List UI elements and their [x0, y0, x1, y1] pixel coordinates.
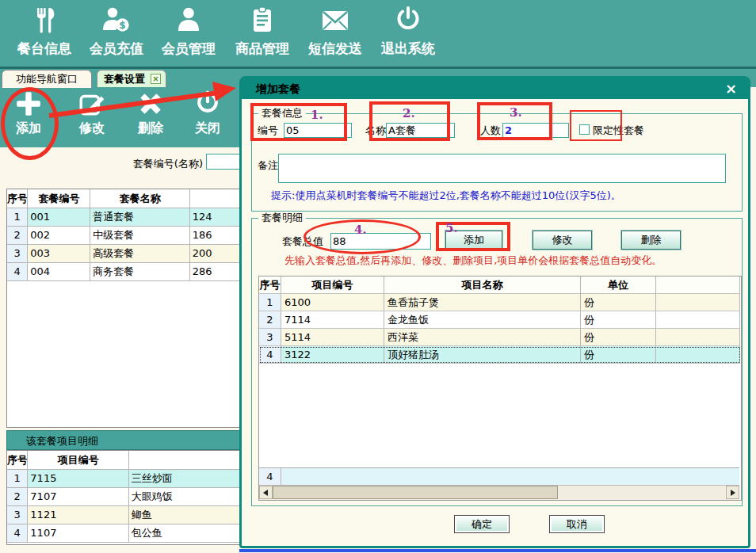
close-button[interactable]: 关闭 [182, 90, 233, 145]
detail-panel-title: 该套餐项目明细 [26, 435, 98, 447]
table-row[interactable]: 1 6100 鱼香茄子煲 份 [259, 294, 741, 311]
cell-name: 鱼香茄子煲 [384, 294, 581, 311]
header-seq: 序号 [7, 451, 28, 470]
h-scrollbar[interactable] [259, 485, 739, 500]
header-price [190, 189, 242, 208]
topbar-item-label: 短信发送 [304, 40, 366, 58]
add-button[interactable]: 添加 [3, 90, 54, 145]
delete-button-label: 删除 [125, 120, 176, 137]
topbar-item-product-manage[interactable]: 商品管理 [231, 3, 293, 65]
limited-checkbox[interactable] [579, 124, 590, 135]
table-row[interactable]: 3 003 高级套餐 200 [7, 245, 242, 263]
cell-seq: 1 [7, 208, 28, 227]
code-input[interactable] [284, 123, 352, 138]
close-button-label: 关闭 [182, 120, 233, 137]
window-bottom-edge [239, 549, 756, 552]
cell-code: 7115 [28, 470, 128, 488]
table-row[interactable]: 3 5114 西洋菜 份 [259, 329, 741, 346]
power-icon [193, 90, 222, 118]
table-row[interactable]: 2 002 中级套餐 186 [7, 227, 242, 245]
table-row[interactable]: 3 1121 鲫鱼 [7, 506, 242, 524]
dialog-add-button[interactable]: 添加 [445, 231, 502, 250]
cell-code: 7107 [28, 488, 128, 506]
dialog-titlebar: 增加套餐 [242, 78, 748, 99]
ok-button[interactable]: 确定 [454, 515, 510, 533]
topbar-item-member-recharge[interactable]: $ 会员充值 [86, 3, 147, 65]
scroll-right-button[interactable] [726, 486, 739, 499]
count-input[interactable] [502, 123, 569, 138]
header-code: 套餐编号 [28, 189, 90, 208]
topbar-item-member-manage[interactable]: 会员管理 [158, 3, 220, 65]
tab-label: 套餐设置 [104, 73, 145, 85]
remark-input[interactable] [278, 154, 726, 183]
cell-filler [281, 468, 739, 486]
sms-icon [304, 5, 366, 39]
name-input[interactable] [386, 123, 455, 138]
topbar-item-table-info[interactable]: 餐台信息 [13, 3, 75, 65]
topbar-item-exit[interactable]: 退出系统 [377, 3, 439, 65]
cell-name: 鲫鱼 [129, 506, 242, 524]
tab-nav-window[interactable]: 功能导航窗口 [2, 70, 92, 88]
cell-filler [656, 294, 740, 311]
dialog-close-icon[interactable]: × [725, 79, 737, 98]
cell-unit: 份 [581, 311, 656, 329]
cell-name: 大眼鸡饭 [129, 488, 242, 506]
scroll-thumb[interactable] [273, 486, 558, 499]
meal-detail-group: 套餐明细 套餐总值 添加 修改 删除 先输入套餐总值,然后再添加、修改、删除项目… [251, 218, 743, 506]
dialog-hint-red: 先输入套餐总值,然后再添加、修改、删除项目,项目单价会根据套餐总值自动变化。 [284, 254, 662, 268]
name-label: 名称 [365, 124, 386, 138]
table-row[interactable]: 1 7115 三丝炒面 [7, 470, 242, 488]
cell-code: 002 [28, 227, 90, 245]
cell-name: 商务套餐 [90, 263, 190, 281]
table-row[interactable]: 1 001 普通套餐 124 [7, 208, 242, 227]
table-row[interactable]: 4 1107 包公鱼 [7, 524, 242, 543]
topbar-item-sms[interactable]: 短信发送 [304, 3, 366, 65]
delete-button[interactable]: 删除 [125, 90, 176, 145]
cell-name: 普通套餐 [90, 208, 190, 227]
cell-seq: 4 [7, 524, 28, 543]
cell-unit: 份 [581, 346, 656, 364]
cell-unit: 份 [581, 294, 656, 311]
edit-button[interactable]: 修改 [67, 90, 117, 145]
cell-price: 124 [190, 208, 242, 227]
table-row-selected[interactable]: 4 3122 顶好猪肚汤 份 [259, 346, 741, 364]
header-code: 项目编号 [281, 276, 384, 294]
scroll-left-button[interactable] [259, 486, 273, 499]
cell-price: 186 [190, 227, 242, 245]
cell-code: 7114 [281, 311, 384, 329]
cell-code: 1121 [28, 506, 128, 524]
cell-seq: 3 [7, 506, 28, 524]
edit-icon [78, 90, 106, 118]
left-arrow-icon [263, 490, 268, 496]
header-code: 项目编号 [28, 451, 128, 470]
cell-code: 6100 [281, 294, 384, 311]
dialog-hint-blue: 提示:使用点菜机时套餐编号不能超过2位,套餐名称不能超过10位(汉字5位)。 [271, 189, 621, 203]
cell-code: 5114 [281, 329, 384, 346]
cell-filler [656, 329, 740, 346]
screen: 餐台信息 $ 会员充值 会员管理 [0, 0, 756, 553]
cell-price: 286 [190, 263, 242, 281]
count-label: 人数 [480, 124, 501, 138]
table-row[interactable]: 4 004 商务套餐 286 [7, 263, 242, 281]
detail-panel-header: 该套餐项目明细 [6, 430, 241, 450]
dialog-edit-button[interactable]: 修改 [533, 231, 592, 250]
total-input[interactable] [330, 233, 431, 250]
detail-table: 序号 项目编号 1 7115 三丝炒面 2 7107 大眼鸡饭 3 1121 鲫… [6, 450, 242, 545]
tab-close-icon[interactable]: × [151, 74, 161, 84]
cell-seq: 1 [259, 294, 281, 311]
meal-table-header: 序号 套餐编号 套餐名称 [7, 189, 242, 208]
cancel-button[interactable]: 取消 [549, 515, 605, 533]
grid-footer-row[interactable]: 4 [259, 467, 739, 486]
cell-seq: 2 [7, 488, 28, 506]
cell-seq: 1 [7, 470, 28, 488]
dialog-delete-button[interactable]: 删除 [621, 231, 681, 250]
table-row[interactable]: 2 7114 金龙鱼饭 份 [259, 311, 741, 329]
x-icon [136, 90, 165, 118]
top-toolbar: 餐台信息 $ 会员充值 会员管理 [0, 0, 756, 67]
table-row[interactable]: 2 7107 大眼鸡饭 [7, 488, 242, 506]
limited-checkbox-label: 限定性套餐 [593, 124, 644, 138]
cell-price: 200 [190, 245, 242, 263]
meal-table: 序号 套餐编号 套餐名称 1 001 普通套餐 124 2 002 中级套餐 1… [6, 189, 242, 428]
tab-meal-settings[interactable]: 套餐设置 × [97, 70, 166, 87]
cell-seq: 3 [7, 245, 28, 263]
